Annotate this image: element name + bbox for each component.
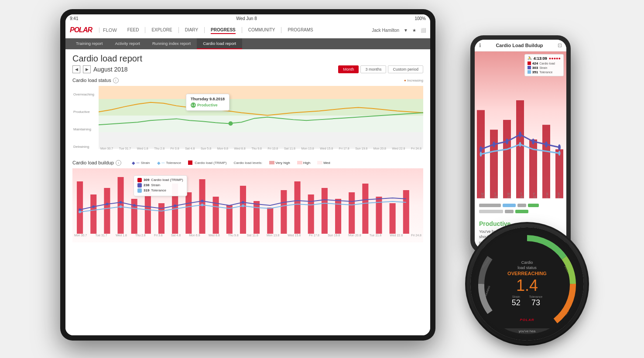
nav-explore[interactable]: EXPLORE — [151, 27, 172, 34]
xaxis-label: Sun 19.8 — [355, 147, 367, 156]
sub-nav: Training report Activity report Running … — [65, 38, 430, 49]
sub-nav-training[interactable]: Training report — [70, 38, 109, 49]
svg-point-29 — [120, 201, 122, 204]
tooltip-date: Thursday 9.8.2018 — [191, 97, 225, 101]
svg-point-34 — [79, 211, 81, 213]
phone-productive-status: Productive — [479, 220, 562, 227]
nav-progress[interactable]: PROGRESS — [211, 27, 236, 34]
user-arrow-icon: ▼ — [404, 28, 408, 33]
phone-tolerance-value: 351 — [532, 70, 538, 74]
strain-color — [137, 183, 142, 188]
phone-xaxis-t30: T30 — [520, 192, 524, 198]
nav-programs[interactable]: PROGRAMS — [288, 27, 313, 34]
svg-rect-25 — [403, 190, 409, 234]
increasing-legend: ● Increasing — [404, 78, 423, 82]
sub-nav-activity[interactable]: Activity report — [109, 38, 146, 49]
bike-icon: 🚴 — [528, 56, 532, 60]
zone-maintaining-label: Maintaining — [72, 121, 99, 138]
phone-device: ℹ Cardio Load Buildup ⊡ 🚴 4:13:09 ●●●●● — [470, 35, 571, 253]
phone-dots: ●●●●● — [549, 56, 561, 61]
svg-rect-9 — [185, 192, 192, 234]
buildup-xaxis: Mon 30.7 Tue 31.7 Wed 1.8 Thu 2.8 Fri 3.… — [72, 234, 423, 242]
phone-time: 4:13:09 — [534, 56, 547, 61]
status-info-icon[interactable]: i — [113, 78, 119, 83]
tablet-battery: 100% — [414, 16, 426, 21]
svg-rect-6 — [145, 190, 151, 234]
buildup-section: Cardio load buildup i ◆ ─ Strain ◆ ─ Tol… — [72, 160, 423, 242]
xaxis-label: Mon 13.8 — [301, 147, 314, 156]
date-nav: ◀ ▶ August 2018 Month 3 months Custom pe… — [72, 65, 423, 73]
phone-xaxis-s2: S2 — [558, 192, 560, 198]
zone-overreaching-label: Overreaching — [72, 86, 99, 103]
status-chart: Overreaching Productive Maintaining Detr… — [72, 86, 423, 156]
status-chart-xaxis: Mon 30.7 Tue 31.7 Wed 1.8 Thu 2.8 Fri 3.… — [99, 147, 423, 156]
user-name: Jack Hamilton — [372, 28, 399, 33]
svg-point-32 — [201, 200, 203, 202]
tolerance-color — [137, 188, 142, 193]
svg-rect-14 — [253, 201, 260, 234]
buildup-info-icon[interactable]: i — [116, 160, 121, 166]
svg-point-46 — [493, 141, 495, 147]
buildup-xaxis-label: Sat 4.8 — [171, 234, 181, 242]
nav-diary[interactable]: DIARY — [185, 27, 198, 34]
nav-divider-3 — [204, 27, 205, 33]
xaxis-label: Mon 20.8 — [373, 147, 386, 156]
sub-nav-cardio[interactable]: Cardio load report — [197, 38, 242, 49]
svg-rect-10 — [199, 179, 205, 234]
nav-community[interactable]: COMMUNITY — [248, 27, 275, 34]
sub-nav-running[interactable]: Running index report — [146, 38, 197, 49]
phone-tolerance-row: 351 Tolerance — [528, 70, 561, 74]
monitor-icon[interactable]: ⬜ — [421, 28, 426, 33]
watch-title-line1: Cardio — [507, 260, 547, 265]
custom-period-button[interactable]: Custom period — [388, 65, 423, 73]
phone-strain-row: 303 Strain — [528, 66, 561, 70]
badge-dot: 1.1 — [191, 102, 196, 108]
svg-rect-1 — [77, 181, 83, 234]
nav-feed[interactable]: FEED — [127, 27, 139, 34]
xaxis-label: Sat 11.8 — [284, 147, 295, 156]
buildup-xaxis-label: Fri 17.8 — [309, 234, 319, 242]
phone-strain-color — [528, 66, 531, 69]
phone-xaxis-t28: T28 — [494, 192, 498, 198]
tablet-status-bar: 9:41 Wed Jun 8 100% — [65, 14, 430, 23]
svg-rect-16 — [281, 190, 287, 234]
nav-divider-5 — [281, 27, 281, 33]
tablet-day: Wed Jun 8 — [236, 16, 257, 21]
watch-title-line2: load status — [507, 266, 547, 270]
phone-strain-label: Strain — [539, 66, 547, 69]
phone-cardio-value: 424 — [532, 61, 538, 65]
svg-point-53 — [519, 142, 521, 147]
xaxis-label: Wed 15.8 — [320, 147, 333, 156]
buildup-xaxis-label: Tue 21.8 — [370, 234, 381, 242]
phone-tolerance-label: Tolerance — [539, 71, 552, 74]
status-section-title: Cardio load status i ● Increasing — [72, 78, 423, 83]
svg-point-52 — [480, 152, 482, 157]
bar-green-2 — [515, 210, 528, 213]
buildup-xaxis-label: Thu 2.8 — [135, 234, 146, 242]
tooltip-row-tolerance: 319 Tolerance — [137, 188, 183, 193]
scene: 9:41 Wed Jun 8 100% POLAR FLOW FEED EXPL… — [60, 9, 584, 349]
legend-tolerance: ◆ ─ Tolerance — [157, 160, 182, 165]
phone-expand-icon[interactable]: ⊡ — [558, 42, 562, 48]
buildup-xaxis-label: Wed 1.8 — [116, 234, 127, 242]
phone-xaxis-f31: F31 — [533, 192, 537, 198]
buildup-xaxis-label: Sun 19.8 — [328, 234, 340, 242]
watch-device: MAINTAINING PRODUCTIVE OVERREACHING DETR… — [470, 227, 584, 341]
svg-point-0 — [229, 121, 233, 126]
svg-point-49 — [532, 139, 534, 144]
three-months-button[interactable]: 3 months — [360, 65, 386, 73]
watch-polar-logo: POLAR — [520, 318, 534, 322]
watch-bottom-metrics: Strain 52 Tolerance 73 — [507, 295, 547, 307]
buildup-xaxis-label: Mon 6.8 — [189, 234, 200, 242]
prev-month-button[interactable]: ◀ — [72, 65, 80, 73]
phone-cardio-label: Cardio load — [539, 62, 555, 65]
xaxis-label: Mon 30.7 — [100, 147, 113, 156]
status-chart-tooltip: Thursday 9.8.2018 1.1 Productive — [186, 94, 230, 111]
month-button[interactable]: Month — [338, 65, 359, 73]
next-month-button[interactable]: ▶ — [83, 65, 91, 73]
star-icon[interactable]: ★ — [412, 28, 416, 33]
buildup-xaxis-label: Mon 20.8 — [348, 234, 361, 242]
svg-rect-3 — [104, 188, 110, 234]
svg-rect-44 — [555, 149, 563, 198]
buildup-section-title: Cardio load buildup i ◆ ─ Strain ◆ ─ Tol… — [72, 160, 423, 166]
